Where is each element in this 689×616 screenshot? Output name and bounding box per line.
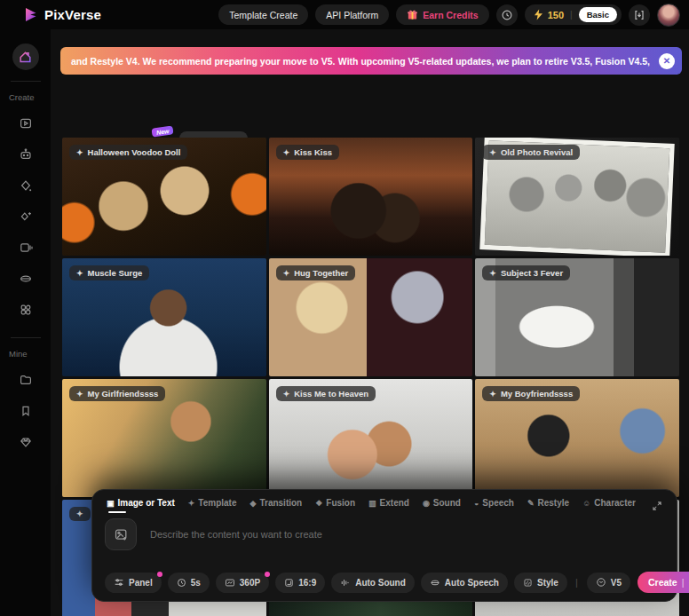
sidebar-item-lipsync[interactable] [12, 265, 39, 292]
sidebar-item-transition[interactable] [12, 172, 39, 199]
gift-icon [407, 9, 418, 20]
template-card-old-photo-revival[interactable]: ✦ Old Photo Revival [475, 138, 679, 256]
panel-tab-character[interactable]: ☺ Character [582, 498, 636, 513]
sound-wave-icon [340, 578, 351, 588]
history-button[interactable] [496, 4, 518, 26]
sparkle-icon: ✦ [76, 509, 83, 518]
sidebar-mine-label: Mine [9, 349, 28, 359]
model-selector[interactable]: V5 [587, 573, 630, 593]
template-card-kiss-kiss[interactable]: ✦ Kiss Kiss [269, 138, 473, 256]
panel-tab-fusion[interactable]: ❖ Fusion [315, 498, 355, 513]
brand-logo[interactable]: PixVerse [25, 7, 101, 22]
speech-icon: ◒ [474, 499, 479, 508]
create-button[interactable]: Create | 20 [638, 572, 689, 593]
template-label: Hug Together [294, 268, 348, 278]
template-label-pill: ✦ Kiss Me to Heaven [276, 386, 376, 401]
sparkle-icon: ✦ [76, 390, 83, 399]
video-create-icon [19, 116, 33, 130]
pixverse-logo-icon [25, 7, 38, 22]
sidebar-item-agent[interactable] [12, 141, 39, 168]
credits-count: 150 [548, 10, 564, 20]
panel-tab-sound[interactable]: ◉ Sound [423, 498, 461, 513]
aspect-ratio-selector[interactable]: 16:9 [275, 573, 325, 593]
template-card-my-boyfriendssss[interactable]: ✦ My Boyfriendssss [475, 379, 679, 497]
character-icon: ☺ [582, 499, 590, 508]
sparkle-icon: ✦ [283, 148, 290, 157]
plan-badge[interactable]: Basic [579, 7, 617, 22]
extend-icon [19, 241, 33, 255]
api-platform-button[interactable]: API Platform [315, 4, 389, 25]
style-selector[interactable]: Style [514, 573, 567, 593]
sidebar-item-assets[interactable] [12, 367, 39, 393]
template-label-pill: ✦ Old Photo Revival [482, 145, 580, 160]
credits-divider: | [570, 10, 573, 20]
lips-icon [19, 272, 33, 286]
auto-sound-toggle[interactable]: Auto Sound [331, 573, 415, 593]
template-label-pill: ✦ [69, 507, 91, 521]
resolution-selector[interactable]: 360P [216, 573, 269, 593]
sidebar-item-extend[interactable] [12, 234, 39, 261]
panel-tab-extend[interactable]: ▥ Extend [368, 498, 409, 513]
panel-toggle-button[interactable]: Panel [105, 573, 162, 593]
folder-icon [19, 373, 33, 387]
template-card-my-girlfriendssss[interactable]: ✦ My Girlfriendssss [62, 379, 266, 497]
lightning-icon [534, 9, 543, 20]
template-card-halloween-voodoo-doll[interactable]: ✦ Halloween Voodoo Doll [62, 138, 266, 256]
template-card-muscle-surge[interactable]: ✦ Muscle Surge [62, 258, 266, 376]
template-label: Halloween Voodoo Doll [88, 147, 181, 157]
template-card-hug-together[interactable]: ✦ Hug Together [269, 258, 473, 376]
template-create-button[interactable]: Template Create [218, 4, 308, 25]
sparkle-icon: ✦ [489, 269, 496, 278]
sidebar-item-fusion[interactable] [12, 203, 39, 230]
model-icon [596, 577, 606, 588]
character-grid-icon [19, 303, 33, 317]
fusion-icon: ❖ [315, 499, 322, 508]
duration-label: 5s [191, 578, 201, 588]
template-card-subject-3-fever[interactable]: ✦ Subject 3 Fever [475, 258, 679, 376]
auto-speech-toggle[interactable]: Auto Speech [421, 573, 508, 593]
sidebar-item-favorites[interactable] [12, 398, 39, 424]
download-app-button[interactable] [629, 4, 650, 26]
pixverse-app: PixVerse Template Create API Platform Ea… [0, 0, 689, 616]
prompt-input[interactable] [148, 528, 664, 541]
user-avatar[interactable] [657, 4, 680, 27]
template-label: Kiss Kiss [294, 147, 332, 157]
earn-credits-button[interactable]: Earn Credits [396, 4, 488, 25]
generation-controls: Panel 5s 360P [105, 572, 666, 593]
notification-dot [265, 572, 270, 577]
credits-balance[interactable]: 150 | Basic [525, 4, 622, 25]
sidebar-item-video[interactable] [12, 110, 39, 137]
panel-tab-restyle[interactable]: ✎ Restyle [527, 498, 569, 513]
transition-icon [19, 178, 33, 193]
panel-tab-label: Template [198, 498, 236, 508]
template-card-kiss-me-to-heaven[interactable]: ✦ Kiss Me to Heaven [269, 379, 473, 497]
panel-tab-label: Character [594, 498, 636, 508]
panel-tab-transition[interactable]: ◆ Transition [250, 498, 303, 513]
brand-name: PixVerse [44, 7, 101, 22]
template-label-pill: ✦ Muscle Surge [69, 265, 149, 280]
panel-tab-image-or-text[interactable]: ▣ Image or Text [107, 498, 175, 513]
restyle-icon: ✎ [527, 499, 535, 508]
expand-panel-button[interactable] [652, 501, 662, 511]
panel-tab-template[interactable]: ✦ Template [188, 498, 237, 513]
sparkle-icon: ✦ [76, 269, 83, 278]
sidebar-item-membership[interactable] [12, 429, 39, 455]
template-icon: ✦ [188, 499, 195, 508]
upload-image-button[interactable] [105, 518, 137, 550]
panel-tab-label: Fusion [326, 498, 355, 508]
sidebar-item-character[interactable] [12, 296, 39, 323]
expand-icon [652, 501, 662, 511]
download-icon [633, 9, 645, 21]
template-label: Muscle Surge [88, 268, 143, 278]
gem-icon [19, 435, 33, 449]
template-label: Old Photo Revival [501, 147, 573, 157]
template-label: Subject 3 Fever [501, 268, 563, 278]
controls-divider: | [575, 577, 578, 588]
duration-selector[interactable]: 5s [168, 573, 210, 593]
sidebar-item-home[interactable] [12, 43, 39, 70]
history-clock-icon [501, 9, 513, 21]
new-badge: New [152, 125, 175, 137]
panel-tab-speech[interactable]: ◒ Speech [474, 498, 514, 513]
panel-tab-label: Transition [259, 498, 302, 508]
banner-close-button[interactable]: ✕ [659, 53, 675, 69]
